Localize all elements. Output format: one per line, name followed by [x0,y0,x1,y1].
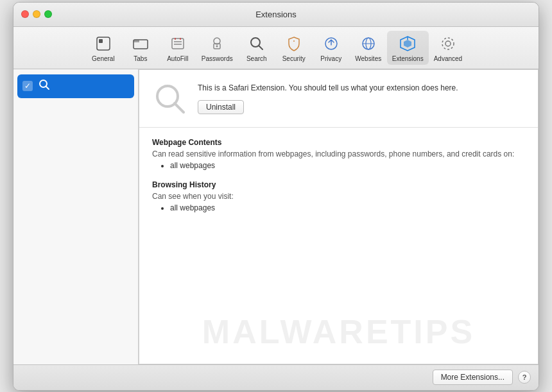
watermark: MALWARETIPS [202,312,475,351]
detail-panel: This is a Safari Extension. You should t… [139,69,539,364]
privacy-icon [321,33,341,54]
svg-point-8 [216,45,218,47]
toolbar-label-general: General [92,55,115,62]
sidebar: ✓ [13,69,139,364]
svg-rect-3 [172,38,184,49]
window-title: Extensions [255,10,297,19]
svg-point-20 [442,38,454,49]
svg-line-24 [175,103,184,112]
permission-desc-webpage: Can read sensitive information from webp… [152,149,525,158]
permission-title-history: Browsing History [152,180,525,189]
permission-item-webpage-all: all webpages [170,161,525,170]
permissions-section: MALWARETIPS Webpage Contents Can read se… [139,128,538,364]
toolbar-label-websites: Websites [355,55,381,62]
maximize-button[interactable] [44,10,52,18]
toolbar-item-search[interactable]: Search [238,31,275,65]
security-icon [284,33,304,54]
extension-sidebar-icon [38,78,51,94]
svg-rect-0 [97,37,110,50]
titlebar: Extensions [13,3,539,27]
toolbar-item-autofill[interactable]: AutoFill [159,31,196,65]
svg-point-19 [445,41,451,46]
help-button[interactable]: ? [518,371,531,384]
toolbar-label-privacy: Privacy [320,55,341,62]
toolbar-item-tabs[interactable]: Tabs [122,31,159,65]
bottom-bar: More Extensions... ? [13,364,539,390]
toolbar-label-tabs: Tabs [134,55,147,62]
permission-list-webpage: all webpages [152,161,525,170]
toolbar: General Tabs AutoFill [13,27,539,69]
main-content: ✓ This is a [13,69,539,364]
permission-browsing-history: Browsing History Can see when you visit:… [152,180,525,212]
passwords-icon [207,33,227,54]
toolbar-label-advanced: Advanced [434,55,462,62]
permission-item-history-all: all webpages [170,203,525,212]
autofill-icon [168,33,188,54]
extensions-icon [397,33,418,54]
toolbar-item-privacy[interactable]: Privacy [313,31,350,65]
websites-icon [358,33,379,54]
general-icon [93,33,114,54]
toolbar-label-security: Security [282,55,306,62]
extension-info: This is a Safari Extension. You should t… [198,82,525,114]
extension-checkbox[interactable]: ✓ [22,81,33,91]
sidebar-item-search-ext[interactable]: ✓ [17,74,134,98]
extension-header: This is a Safari Extension. You should t… [139,70,538,128]
extension-description: This is a Safari Extension. You should t… [198,82,525,94]
uninstall-button[interactable]: Uninstall [198,100,244,114]
main-window: Extensions General Tabs [13,2,539,391]
toolbar-item-advanced[interactable]: Advanced [429,31,467,65]
minimize-button[interactable] [33,10,40,18]
more-extensions-button[interactable]: More Extensions... [433,370,513,385]
toolbar-item-websites[interactable]: Websites [350,31,387,65]
extension-icon [152,81,187,116]
tabs-icon [130,33,151,54]
toolbar-item-general[interactable]: General [85,31,122,65]
toolbar-label-autofill: AutoFill [167,55,188,62]
permission-webpage-contents: Webpage Contents Can read sensitive info… [152,138,525,170]
toolbar-item-security[interactable]: Security [275,31,313,65]
advanced-icon [438,33,458,54]
toolbar-label-extensions: Extensions [392,55,424,62]
svg-marker-17 [404,40,411,47]
svg-line-22 [46,86,49,89]
svg-line-10 [259,46,263,49]
permission-title-webpage: Webpage Contents [152,138,525,147]
traffic-lights [21,10,52,18]
toolbar-item-passwords[interactable]: Passwords [196,31,238,65]
permission-desc-history: Can see when you visit: [152,192,525,201]
toolbar-item-extensions[interactable]: Extensions [387,31,429,65]
toolbar-label-passwords: Passwords [202,55,233,62]
close-button[interactable] [21,10,29,18]
svg-rect-1 [99,39,103,43]
search-icon [246,33,267,54]
toolbar-label-search: Search [246,55,267,62]
permission-list-history: all webpages [152,203,525,212]
